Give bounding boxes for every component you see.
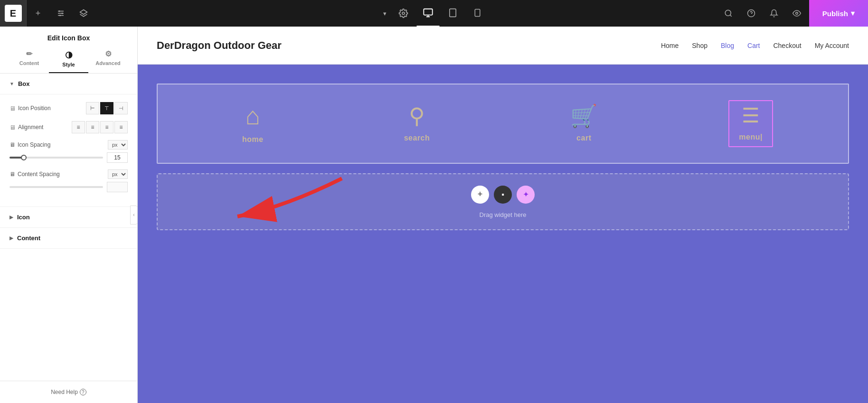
content-spacing-unit-select[interactable]: px [108, 169, 128, 179]
icon-section-label: Icon [17, 214, 30, 221]
svg-line-16 [730, 15, 731, 16]
logo-e-icon: E [5, 5, 22, 22]
icon-box-home[interactable]: ⌂ home [233, 99, 273, 149]
icon-position-right-button[interactable]: ⊣ [114, 102, 128, 114]
elementor-logo[interactable]: E [0, 0, 27, 27]
content-spacing-slider-row [9, 182, 128, 192]
nav-my-account[interactable]: My Account [815, 42, 849, 49]
dropdown-button[interactable]: ▾ [379, 0, 390, 27]
monitor-icon-4: 🖥 [9, 171, 15, 178]
tab-content[interactable]: ✏ Content [9, 46, 49, 73]
tab-style[interactable]: ◑ Style [49, 46, 88, 73]
drag-controls: + ▪ ✦ [471, 186, 535, 204]
box-section-body: 🖥 Icon Position ⊢ ⊤ ⊣ 🖥 Alignment [0, 94, 137, 207]
search-label: search [404, 134, 430, 142]
panel-title: Edit Icon Box [47, 34, 90, 42]
nav-checkout[interactable]: Checkout [773, 42, 801, 49]
icon-spacing-row: 🖥 Icon Spacing px 15 [9, 140, 128, 163]
content-section-caret: ▶ [9, 235, 13, 241]
menu-label: menu| [739, 133, 763, 141]
canvas-area: DerDragon Outdoor Gear Home Shop Blog Ca… [138, 27, 868, 403]
icon-spacing-top: 🖥 Icon Spacing px [9, 140, 128, 150]
plus-icon: + [478, 189, 483, 199]
align-center-button[interactable]: ≡ [86, 121, 99, 133]
collapse-panel-button[interactable]: ‹ [130, 206, 138, 225]
monitor-icon: 🖥 [9, 105, 16, 112]
icon-spacing-label: 🖥 Icon Spacing [9, 141, 108, 148]
icon-spacing-input[interactable]: 15 [107, 152, 128, 163]
settings-button[interactable] [392, 0, 415, 27]
desktop-view-button[interactable] [417, 0, 440, 27]
top-bar: E + ▾ [0, 0, 868, 27]
dropdown-chevron-icon: ▾ [383, 10, 387, 17]
controls-icon[interactable] [49, 0, 72, 27]
align-right-button[interactable]: ≡ [100, 121, 113, 133]
search-button[interactable] [718, 0, 739, 27]
icon-position-left-button[interactable]: ⊢ [86, 102, 99, 114]
add-widget-button[interactable]: + [27, 0, 49, 27]
left-panel: Edit Icon Box ✏ Content ◑ Style ⚙ Advanc… [0, 27, 138, 403]
svg-point-7 [402, 12, 405, 15]
search-icon: ⚲ [409, 105, 425, 127]
site-title: DerDragon Outdoor Gear [157, 39, 282, 52]
nav-home[interactable]: Home [661, 42, 679, 49]
tab-style-label: Style [62, 62, 75, 67]
align-justify-button[interactable]: ≡ [114, 121, 128, 133]
notifications-button[interactable] [764, 0, 784, 27]
panel-body: ▼ Box 🖥 Icon Position ⊢ ⊤ ⊣ [0, 74, 137, 381]
help-icon: ? [80, 389, 86, 395]
icon-position-top-button[interactable]: ⊤ [100, 102, 113, 114]
nav-blog[interactable]: Blog [721, 42, 734, 49]
svg-marker-6 [80, 10, 87, 15]
content-tab-icon: ✏ [26, 49, 32, 58]
icon-section-header[interactable]: ▶ Icon [0, 207, 137, 228]
panel-footer: Need Help ? [0, 381, 137, 403]
tablet-view-button[interactable] [442, 0, 464, 27]
need-help-link[interactable]: Need Help ? [9, 389, 128, 395]
icon-box-cart[interactable]: 🛒 cart [561, 100, 607, 147]
alignment-btn-group: ≡ ≡ ≡ ≡ [72, 121, 128, 133]
drag-widget-area[interactable]: + ▪ ✦ Drag widget here [157, 173, 849, 230]
publish-chevron-icon: ▾ [851, 9, 855, 18]
add-widget-button[interactable]: + [471, 186, 489, 204]
publish-button[interactable]: Publish ▾ [809, 0, 868, 27]
help-button[interactable] [741, 0, 762, 27]
icon-box-menu[interactable]: ☰ menu| [728, 100, 773, 147]
ai-button[interactable]: ✦ [517, 186, 535, 204]
panel-tabs: ✏ Content ◑ Style ⚙ Advanced [9, 46, 128, 73]
site-nav: Home Shop Blog Cart Checkout My Account [661, 42, 849, 49]
nav-shop[interactable]: Shop [692, 42, 708, 49]
nav-cart[interactable]: Cart [747, 42, 760, 49]
drag-text: Drag widget here [480, 211, 527, 218]
icon-box-search[interactable]: ⚲ search [395, 100, 440, 147]
box-section-header[interactable]: ▼ Box [0, 74, 137, 94]
tab-advanced[interactable]: ⚙ Advanced [88, 46, 128, 73]
icon-position-label: 🖥 Icon Position [9, 105, 66, 112]
content-spacing-top: 🖥 Content Spacing px [9, 169, 128, 179]
svg-rect-11 [450, 9, 456, 17]
advanced-tab-icon: ⚙ [105, 49, 112, 58]
content-spacing-input[interactable] [107, 182, 128, 192]
content-spacing-slider[interactable] [9, 186, 103, 188]
icon-spacing-slider-row: 15 [9, 152, 128, 163]
magic-icon: ✦ [523, 190, 529, 199]
tab-content-label: Content [19, 60, 39, 66]
alignment-row: 🖥 Alignment ≡ ≡ ≡ ≡ [9, 121, 128, 133]
icon-spacing-unit-select[interactable]: px [108, 140, 128, 150]
templates-button[interactable]: ▪ [494, 186, 512, 204]
box-section-label: Box [18, 80, 30, 87]
alignment-label: 🖥 Alignment [9, 124, 66, 131]
svg-point-3 [59, 10, 60, 12]
align-left-button[interactable]: ≡ [72, 121, 85, 133]
content-spacing-label: 🖥 Content Spacing [9, 171, 108, 178]
icon-spacing-slider[interactable] [9, 157, 103, 159]
layers-icon[interactable] [72, 0, 95, 27]
preview-button[interactable] [786, 0, 807, 27]
svg-point-5 [59, 15, 61, 16]
svg-point-19 [796, 12, 798, 15]
svg-rect-8 [424, 9, 432, 15]
content-section-header[interactable]: ▶ Content [0, 228, 137, 249]
mobile-view-button[interactable] [466, 0, 489, 27]
icon-box-widget[interactable]: ⌂ home ⚲ search 🛒 cart ☰ menu| [157, 84, 849, 164]
top-bar-center: ▾ [379, 0, 489, 27]
